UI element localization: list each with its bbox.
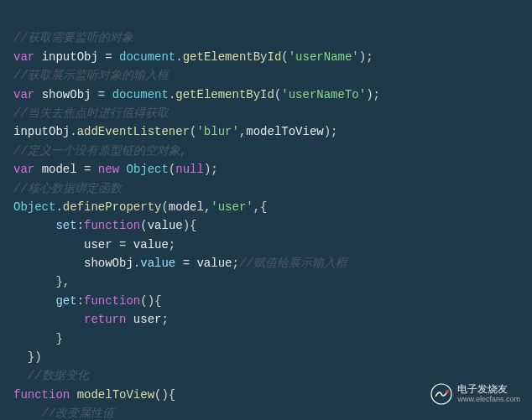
Object-ref: Object [13, 200, 55, 214]
null-literal: null [175, 163, 204, 176]
comment-line: //获取需要监听的对象 [13, 31, 133, 44]
string-userName: 'userName' [289, 50, 359, 64]
addEventListener-call: addEventListener [77, 125, 190, 138]
inputObj-ref: inputObj [13, 125, 70, 138]
code-block: //获取需要监听的对象 var inputObj = document.getE… [0, 0, 532, 420]
document-ref: document [112, 88, 169, 101]
param-value: value [148, 219, 183, 232]
keyword-var: var [13, 88, 34, 101]
defineProperty-call: defineProperty [63, 200, 162, 214]
value-prop: value [140, 257, 175, 270]
modelToView-ref: modelToView [246, 125, 323, 138]
var-model: model [42, 163, 77, 176]
set-key: set [55, 219, 76, 232]
string-userNameTo: 'userNameTo' [281, 88, 366, 101]
svg-point-1 [446, 390, 449, 393]
Object-ref: Object [126, 163, 168, 176]
keyword-var: var [13, 50, 34, 64]
string-blur: 'blur' [196, 125, 238, 138]
getElementById-call: getElementById [175, 88, 274, 101]
showObj-ref: showObj [84, 257, 133, 270]
user-ref: user [84, 238, 112, 251]
value-ref: value [196, 257, 232, 270]
comment-line: //数据变化 [28, 369, 89, 382]
elecfans-logo-icon [430, 383, 452, 405]
watermark-title: 电子发烧友 [457, 384, 520, 395]
comment-inline: //赋值给展示输入框 [239, 257, 347, 270]
keyword-function: function [84, 294, 140, 308]
keyword-new: new [98, 163, 119, 176]
keyword-function: function [13, 388, 70, 402]
comment-line: //获取展示监听对象的输入框 [13, 69, 169, 82]
watermark-url: www.elecfans.com [457, 396, 520, 404]
model-ref: model [169, 200, 204, 214]
comment-line: //改变属性值 [42, 407, 115, 420]
keyword-return: return [84, 313, 126, 326]
string-user: 'user' [211, 200, 253, 214]
value-ref: value [133, 238, 169, 251]
keyword-function: function [84, 219, 140, 232]
var-inputObj: inputObj [42, 50, 98, 64]
get-key: get [55, 294, 76, 308]
watermark-text: 电子发烧友 www.elecfans.com [457, 384, 520, 403]
var-showObj: showObj [42, 88, 91, 101]
user-ref: user [133, 313, 162, 326]
modelToView-def: modelToView [77, 388, 154, 402]
comment-line: //定义一个没有原型链的空对象, [13, 144, 187, 158]
document-ref: document [119, 50, 175, 64]
watermark: 电子发烧友 www.elecfans.com [430, 383, 520, 405]
keyword-var: var [13, 163, 34, 176]
comment-line: //核心数据绑定函数 [13, 182, 122, 195]
getElementById-call: getElementById [183, 50, 282, 64]
comment-line: //当失去焦点时进行值得获取 [13, 106, 169, 120]
